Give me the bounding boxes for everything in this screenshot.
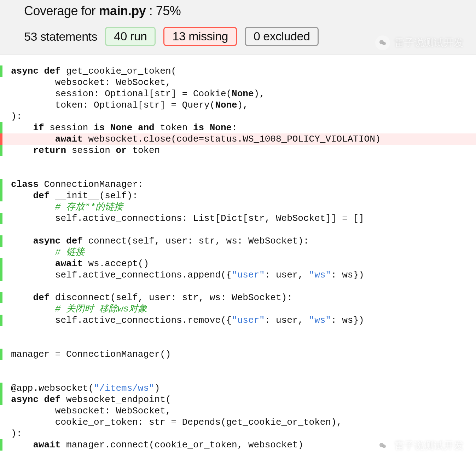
code-line (0, 224, 476, 235)
code-line: def disconnect(self, user: str, ws: WebS… (0, 292, 476, 303)
code-line: session: Optional[str] = Cookie(None), (0, 88, 476, 99)
code-line: ): (0, 428, 476, 439)
code-line: # 存放**的链接 (0, 201, 476, 213)
code-line (0, 451, 476, 458)
code-line: await ws.accept() (0, 258, 476, 269)
coverage-header: Coverage for main.py : 75% 53 statements… (0, 0, 476, 55)
coverage-filename: main.py (99, 4, 146, 18)
code-line (0, 337, 476, 349)
code-line: async def websocket_endpoint( (0, 394, 476, 405)
coverage-stats-row: 53 statements 40 run 13 missing 0 exclud… (24, 27, 476, 46)
code-line: websocket: WebSocket, (0, 405, 476, 417)
code-line: cookie_or_token: str = Depends(get_cooki… (0, 417, 476, 428)
code-line: await manager.connect(cookie_or_token, w… (0, 439, 476, 451)
code-line: @app.websocket("/items/ws") (0, 383, 476, 394)
code-line: self.active_connections.append({"user": … (0, 269, 476, 281)
code-line: async def connect(self, user: str, ws: W… (0, 235, 476, 247)
code-line: token: Optional[str] = Query(None), (0, 99, 476, 111)
code-line: class ConnectionManager: (0, 179, 476, 190)
code-line: return session or token (0, 145, 476, 156)
code-line: self.active_connections: List[Dict[str, … (0, 213, 476, 224)
coverage-percent: : 75% (146, 4, 181, 18)
code-line: ): (0, 111, 476, 122)
code-line (0, 371, 476, 383)
run-chip[interactable]: 40 run (105, 27, 156, 46)
code-line (0, 326, 476, 337)
code-line: # 链接 (0, 247, 476, 258)
code-line: await websocket.close(code=status.WS_100… (0, 133, 476, 145)
code-line: async def get_cookie_or_token( (0, 65, 476, 77)
coverage-for-label: Coverage for (24, 4, 99, 18)
code-line (0, 281, 476, 292)
code-line: websocket: WebSocket, (0, 77, 476, 88)
missing-chip[interactable]: 13 missing (163, 27, 237, 46)
coverage-title: Coverage for main.py : 75% (24, 4, 476, 18)
code-line (0, 156, 476, 167)
excluded-chip[interactable]: 0 excluded (245, 27, 319, 46)
code-line (0, 360, 476, 371)
code-line: if session is None and token is None: (0, 122, 476, 133)
code-line: # 关闭时 移除ws对象 (0, 303, 476, 315)
code-line: manager = ConnectionManager() (0, 349, 476, 360)
source-code-listing: async def get_cookie_or_token( websocket… (0, 55, 476, 458)
statements-count: 53 statements (24, 30, 97, 44)
code-line: self.active_connections.remove({"user": … (0, 315, 476, 326)
code-line: def __init__(self): (0, 190, 476, 201)
code-line (0, 167, 476, 179)
